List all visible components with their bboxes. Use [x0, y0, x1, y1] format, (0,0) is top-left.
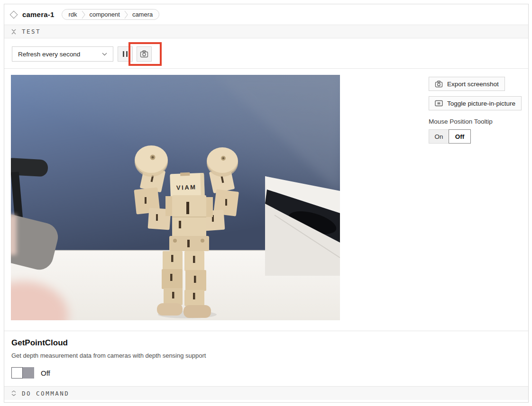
camera-icon	[435, 81, 443, 88]
do-command-section-label: DO COMMAND	[22, 390, 69, 397]
component-title: camera-1	[22, 10, 54, 18]
get-point-cloud-section: GetPointCloud Get depth measurement data…	[4, 331, 528, 386]
tooltip-on-button[interactable]: On	[429, 129, 449, 144]
pause-button[interactable]	[118, 46, 133, 62]
camera-feed-image: VIAM	[11, 75, 340, 320]
camera-test-section: VIAM	[4, 69, 528, 331]
toggle-knob	[11, 367, 23, 379]
camera-feed-controls: Export screenshot Toggle picture-in-pict…	[429, 77, 526, 144]
expand-icon	[11, 390, 16, 396]
refresh-rate-value: Refresh every second	[18, 51, 80, 58]
feed-robot-left-hand	[135, 145, 168, 177]
get-point-cloud-title: GetPointCloud	[11, 338, 528, 348]
camera-toolbar: Refresh every second	[4, 38, 528, 69]
get-point-cloud-state-label: Off	[41, 369, 50, 377]
camera-component-panel: camera-1 rdk component camera TEST Refre…	[4, 4, 529, 403]
do-command-section-header[interactable]: DO COMMAND	[4, 386, 528, 400]
tooltip-off-button[interactable]: Off	[449, 129, 471, 144]
breadcrumb-rdk: rdk	[64, 11, 81, 18]
pause-icon	[123, 51, 128, 57]
get-point-cloud-description: Get depth measurement data from cameras …	[11, 352, 528, 359]
screenshot-button[interactable]	[137, 46, 152, 62]
chevron-separator-icon	[124, 9, 128, 20]
feed-robot-right-hand	[207, 147, 238, 177]
breadcrumb: rdk component camera	[62, 9, 159, 20]
collapse-icon	[11, 29, 16, 35]
component-header: camera-1 rdk component camera	[4, 4, 528, 25]
feed-robot-head: VIAM	[170, 172, 205, 198]
export-screenshot-button[interactable]: Export screenshot	[429, 77, 505, 91]
chevron-separator-icon	[82, 9, 85, 20]
get-point-cloud-toggle[interactable]	[11, 367, 34, 379]
camera-icon	[140, 50, 148, 58]
export-screenshot-label: Export screenshot	[447, 81, 499, 88]
breadcrumb-component: component	[85, 11, 124, 18]
breadcrumb-camera: camera	[128, 11, 157, 18]
feed-cabinet	[265, 176, 340, 276]
test-section-label: TEST	[22, 28, 41, 35]
tooltip-segmented-control: On Off	[429, 129, 526, 144]
chevron-down-icon	[102, 53, 107, 56]
toggle-pip-label: Toggle picture-in-picture	[447, 100, 515, 107]
picture-in-picture-icon	[435, 100, 443, 107]
mouse-position-tooltip-label: Mouse Position Tooltip	[429, 118, 526, 125]
test-section-header[interactable]: TEST	[4, 25, 528, 38]
toggle-pip-button[interactable]: Toggle picture-in-picture	[429, 96, 522, 110]
diamond-icon	[10, 10, 18, 18]
refresh-rate-select[interactable]: Refresh every second	[12, 46, 113, 62]
feed-robot-logo-text: VIAM	[176, 183, 197, 191]
